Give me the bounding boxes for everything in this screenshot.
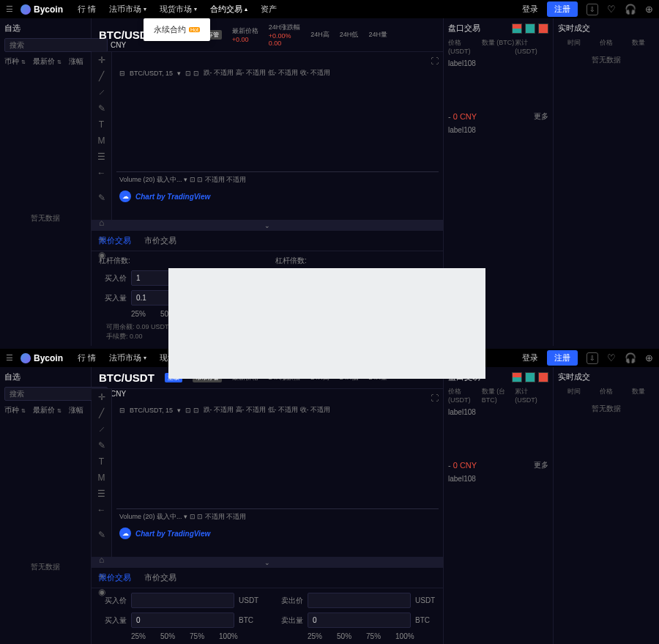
support-icon[interactable]: 🎧	[625, 4, 636, 15]
app-section-2: ☰ Bycoin 行 情 法币市场▾ 现货市场▾ 合约交易▾ 资产 登录 注册 …	[0, 349, 659, 644]
bell-icon[interactable]: ♡	[607, 4, 616, 15]
buy-price-input[interactable]	[131, 593, 234, 608]
nav-contract[interactable]: 合约交易▴	[210, 4, 247, 15]
orderbook-label: label108	[448, 126, 548, 134]
filter-coin[interactable]: 币种 ⇅	[4, 405, 26, 415]
collapse-button[interactable]: ⌄	[92, 558, 443, 568]
undo-tool[interactable]: ←	[95, 505, 108, 515]
ob-mode-both[interactable]	[512, 23, 522, 34]
orderbook-label: label108	[448, 408, 548, 416]
ob-mode-buy[interactable]	[525, 23, 535, 34]
measure-tool[interactable]: ☰	[95, 152, 108, 162]
lock-tool[interactable]: ⌂	[95, 218, 108, 228]
trades-nodata: 暂无数据	[558, 404, 655, 414]
nav-quotes[interactable]: 行 情	[78, 352, 96, 363]
nav-fiat[interactable]: 法币市场▾	[109, 352, 146, 363]
volume-info: Volume (20) 载入中... ▾ ⊡ ⊡ 不适用 不适用	[115, 511, 440, 523]
chart-canvas[interactable]	[116, 418, 439, 509]
globe-icon[interactable]: ⊕	[645, 352, 653, 363]
menu-icon[interactable]: ☰	[6, 353, 13, 363]
logo[interactable]: Bycoin	[21, 4, 63, 15]
brush-tool[interactable]: ✎	[95, 440, 108, 451]
crosshair-tool[interactable]: ✛	[95, 392, 108, 402]
tab-limit[interactable]: 限价交易	[99, 572, 131, 583]
chart-canvas[interactable]	[116, 81, 439, 172]
modal-overlay	[168, 268, 485, 379]
tab-market[interactable]: 市价交易	[144, 235, 176, 246]
brush-tool[interactable]: ✎	[95, 103, 108, 114]
unit-btc: BTC	[415, 616, 437, 624]
trendline-tool[interactable]: ╱	[95, 408, 108, 418]
crosshair-tool[interactable]: ✛	[95, 55, 108, 65]
login-link[interactable]: 登录	[522, 352, 538, 363]
pct-100[interactable]: 100%	[219, 632, 238, 640]
dropdown-perpetual[interactable]: 永续合约Hot	[154, 24, 200, 35]
filter-change[interactable]: 涨幅	[69, 405, 83, 415]
lock-tool[interactable]: ⌂	[95, 555, 108, 565]
sidebar: 自选 CNY 币种 ⇅ 最新价 ⇅ 涨幅 暂无数据	[0, 18, 92, 346]
support-icon[interactable]: 🎧	[625, 352, 636, 363]
orderbook-more[interactable]: 更多	[534, 460, 548, 470]
filter-price[interactable]: 最新价 ⇅	[33, 56, 62, 67]
menu-icon[interactable]: ☰	[6, 4, 13, 14]
chevron-down-icon: ▾	[194, 6, 197, 12]
sell-price-input[interactable]	[308, 593, 411, 608]
fib-tool[interactable]: ⟋	[95, 424, 108, 434]
download-icon[interactable]: ⇩	[587, 352, 598, 364]
pct-25[interactable]: 25%	[308, 632, 322, 640]
pct-25[interactable]: 25%	[131, 632, 146, 640]
nav-quotes[interactable]: 行 情	[78, 4, 96, 15]
trendline-tool[interactable]: ╱	[95, 71, 108, 81]
ob-mode-buy[interactable]	[525, 372, 535, 382]
filter-change[interactable]: 涨幅	[69, 56, 83, 67]
tab-market[interactable]: 市价交易	[144, 572, 176, 583]
ob-mode-sell[interactable]	[538, 372, 548, 382]
pct-75[interactable]: 75%	[190, 632, 204, 640]
pct-50[interactable]: 50%	[337, 632, 351, 640]
tradingview-credit[interactable]: ☁Chart by TradingView	[115, 523, 440, 544]
pct-50[interactable]: 50%	[160, 632, 175, 640]
orderbook-more[interactable]: 更多	[534, 111, 548, 122]
fullscreen-icon[interactable]: ⛶	[431, 393, 439, 402]
tab-limit[interactable]: 限价交易	[99, 235, 131, 246]
download-icon[interactable]: ⇩	[587, 4, 598, 15]
nav-spot[interactable]: 现货市场▾	[160, 4, 197, 15]
sell-amount-input[interactable]	[308, 612, 411, 628]
draw-tool[interactable]: ✎	[95, 193, 108, 203]
stat-price: 最新价格+0.00	[232, 26, 258, 43]
ob-mode-sell[interactable]	[538, 23, 548, 34]
chart-symbol-info: ⊟BTC/USDT, 15▾⊡ ⊡跌- 不适用 高- 不适用 低- 不适用 收-…	[115, 67, 440, 79]
pattern-tool[interactable]: M	[95, 136, 108, 146]
fullscreen-icon[interactable]: ⛶	[431, 56, 439, 65]
buy-amount-input[interactable]	[131, 612, 234, 628]
pct-75[interactable]: 75%	[366, 632, 381, 640]
register-button[interactable]: 注册	[547, 350, 578, 366]
ob-mode-both[interactable]	[512, 372, 522, 382]
draw-tool[interactable]: ✎	[95, 530, 108, 540]
buy-available: 可用余额: 0.09 USDT	[106, 322, 169, 332]
pct-100[interactable]: 100%	[395, 632, 414, 640]
bell-icon[interactable]: ♡	[607, 352, 616, 363]
globe-icon[interactable]: ⊕	[645, 4, 653, 15]
orderbook-columns: 价格 (USDT) 数量 (BTC) 累计 (USDT)	[448, 38, 548, 55]
login-link[interactable]: 登录	[522, 4, 538, 15]
logo[interactable]: Bycoin	[21, 353, 63, 363]
pattern-tool[interactable]: M	[95, 473, 108, 483]
tradingview-credit[interactable]: ☁Chart by TradingView	[115, 186, 440, 207]
register-button[interactable]: 注册	[547, 1, 578, 17]
pct-25[interactable]: 25%	[131, 310, 146, 318]
trade-tabs: 限价交易 市价交易	[92, 568, 443, 588]
text-tool[interactable]: T	[95, 119, 108, 130]
nav-assets[interactable]: 资产	[261, 4, 277, 15]
lever-label: 杠杆倍数:	[99, 256, 261, 266]
nav-fiat[interactable]: 法币市场▾	[109, 4, 146, 15]
fib-tool[interactable]: ⟋	[95, 87, 108, 97]
measure-tool[interactable]: ☰	[95, 489, 108, 499]
undo-tool[interactable]: ←	[95, 168, 108, 178]
stat-vol: 24H量	[368, 30, 387, 40]
buy-fee: 手续费: 0.00	[106, 332, 143, 341]
collapse-button[interactable]: ⌄	[92, 221, 443, 231]
filter-price[interactable]: 最新价 ⇅	[33, 405, 62, 415]
filter-coin[interactable]: 币种 ⇅	[4, 56, 26, 67]
text-tool[interactable]: T	[95, 456, 108, 467]
